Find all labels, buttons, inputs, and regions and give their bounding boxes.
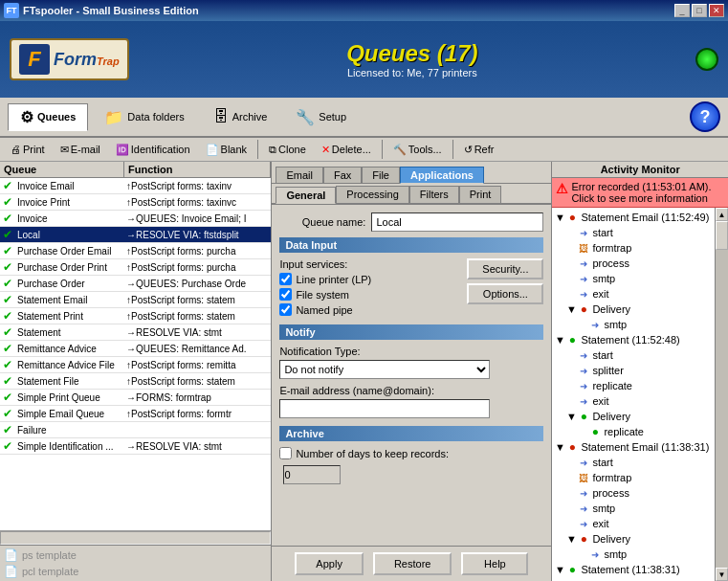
blank-button[interactable]: 📄 Blank [199, 141, 254, 159]
queue-item[interactable]: ✔ Invoice Email ↑PostScript forms: taxin… [0, 178, 271, 194]
tab-print[interactable]: Print [459, 186, 502, 203]
restore-button[interactable]: Restore [373, 552, 452, 575]
tab-fax[interactable]: Fax [323, 167, 362, 183]
queue-name-input[interactable] [371, 212, 543, 232]
queue-item[interactable]: ✔ Local →RESOLVE VIA: ftstdsplit [0, 227, 271, 243]
tree-item[interactable]: ➜ start [554, 577, 713, 581]
help-form-button[interactable]: Help [461, 552, 528, 575]
vscroll-thumb[interactable] [716, 221, 728, 250]
tab-file[interactable]: File [362, 167, 400, 183]
tree-node-icon: ➜ [577, 379, 590, 392]
tree-item[interactable]: ➜ smtp [554, 501, 713, 516]
queue-item[interactable]: ✔ Statement Email ↑PostScript forms: sta… [0, 292, 271, 308]
queue-item[interactable]: ✔ Purchase Order →QUEUES: Purchase Orde [0, 276, 271, 292]
tree-item[interactable]: ➜ start [554, 455, 713, 470]
tree-expand-icon[interactable]: ▼ [554, 441, 565, 453]
tree-item[interactable]: ➜ start [554, 347, 713, 363]
fs-checkbox[interactable] [279, 288, 292, 301]
tab-processing[interactable]: Processing [336, 186, 408, 203]
tree-item[interactable]: ▼ ● Statement Email (11:38:31) [554, 439, 713, 455]
tree-item[interactable]: ➜ exit [554, 286, 713, 302]
tree-item[interactable]: ➜ start [554, 225, 713, 240]
tree-node-icon: ● [565, 563, 579, 576]
tools-button[interactable]: 🔨 Tools... [386, 141, 449, 159]
tree-item[interactable]: ➜ smtp [554, 547, 713, 562]
queue-item[interactable]: ✔ Statement →RESOLVE VIA: stmt [0, 324, 271, 341]
queue-item[interactable]: ✔ Statement Print ↑PostScript forms: sta… [0, 308, 271, 324]
queue-item[interactable]: ✔ Remittance Advice →QUEUES: Remittance … [0, 341, 271, 357]
tab-applications[interactable]: Applications [400, 167, 484, 184]
queue-item[interactable]: ✔ Simple Identification ... →RESOLVE VIA… [0, 438, 271, 455]
lp-checkbox[interactable] [279, 273, 292, 285]
tree-item[interactable]: ▼ ● Delivery [554, 409, 713, 424]
tree-expand-icon[interactable]: ▼ [565, 303, 577, 315]
queue-column-header: Queue [0, 162, 124, 177]
print-button[interactable]: 🖨 Print [4, 141, 52, 158]
tree-item[interactable]: ➜ replicate [554, 378, 713, 393]
queue-item[interactable]: ✔ Invoice →QUEUES: Invoice Email; I [0, 211, 271, 227]
tree-item[interactable]: 🖼 formtrap [554, 470, 713, 485]
help-button[interactable]: ? [690, 101, 720, 132]
security-button[interactable]: Security... [467, 258, 543, 279]
email-button[interactable]: ✉ E-mail [54, 141, 107, 159]
queue-item[interactable]: ✔ Purchase Order Print ↑PostScript forms… [0, 259, 271, 276]
options-button[interactable]: Options... [467, 283, 543, 304]
tree-expand-icon[interactable]: ▼ [554, 564, 565, 575]
minimize-button[interactable]: _ [674, 4, 690, 17]
email-address-input[interactable] [279, 399, 490, 418]
ps-template[interactable]: 📄 ps template [2, 547, 269, 563]
tree-expand-icon[interactable]: ▼ [554, 212, 565, 223]
vscroll-up[interactable]: ▲ [716, 208, 728, 221]
np-checkbox[interactable] [279, 303, 292, 316]
tree-item[interactable]: ➜ splitter [554, 363, 713, 378]
queue-hscrollbar[interactable] [0, 531, 271, 545]
maximize-button[interactable]: □ [692, 4, 707, 17]
archive-checkbox[interactable] [279, 447, 292, 459]
nav-queues[interactable]: ⚙ Queues [8, 103, 88, 131]
queue-item[interactable]: ✔ Failure [0, 422, 271, 438]
tree-expand-icon[interactable]: ▼ [565, 533, 577, 545]
tab-filters[interactable]: Filters [409, 186, 459, 203]
tree-item[interactable]: ➜ process [554, 256, 713, 271]
queue-item[interactable]: ✔ Purchase Order Email ↑PostScript forms… [0, 243, 271, 259]
tree-item[interactable]: ➜ process [554, 485, 713, 501]
identification-button[interactable]: 🆔 Identification [109, 141, 197, 159]
action-bar: 🖨 Print ✉ E-mail 🆔 Identification 📄 Blan… [0, 138, 728, 162]
activity-error[interactable]: ⚠ Error recorded (11:53:01 AM). Click to… [552, 178, 728, 208]
nav-datafolders[interactable]: 📁 Data folders [92, 103, 196, 131]
delete-button[interactable]: ✕ Delete... [315, 141, 378, 159]
tree-item[interactable]: ▼ ● Statement Email (11:52:49) [554, 210, 713, 225]
tab-email[interactable]: Email [276, 167, 323, 183]
tree-expand-icon[interactable]: ▼ [565, 411, 577, 422]
queue-item[interactable]: ✔ Statement File ↑PostScript forms: stat… [0, 373, 271, 390]
clone-button[interactable]: ⧉ Clone [262, 141, 313, 159]
queue-status-icon: ✔ [0, 178, 15, 193]
tree-item[interactable]: ▼ ● Statement (11:38:31) [554, 562, 713, 577]
tree-item[interactable]: ➜ exit [554, 393, 713, 409]
tree-item[interactable]: ▼ ● Delivery [554, 531, 713, 547]
vscroll-down[interactable]: ▼ [716, 568, 728, 581]
queue-item[interactable]: ✔ Invoice Print ↑PostScript forms: taxin… [0, 194, 271, 211]
tree-vscrollbar[interactable]: ▲ ▼ [715, 208, 728, 581]
tree-item[interactable]: 🖼 formtrap [554, 240, 713, 256]
tree-item[interactable]: ● replicate [554, 424, 713, 439]
notification-type-dropdown[interactable]: Do not notify [279, 360, 490, 379]
archive-days-input[interactable] [283, 465, 341, 484]
nav-setup[interactable]: 🔧 Setup [283, 103, 359, 131]
pcl-template[interactable]: 📄 pcl template [2, 564, 269, 579]
tree-item[interactable]: ➜ smtp [554, 271, 713, 286]
tree-expand-icon[interactable]: ▼ [554, 334, 565, 346]
nav-archive[interactable]: 🗄 Archive [201, 103, 280, 130]
queue-item[interactable]: ✔ Simple Email Queue ↑PostScript forms: … [0, 406, 271, 422]
close-button[interactable]: ✕ [709, 4, 724, 17]
tree-item[interactable]: ➜ exit [554, 516, 713, 531]
tab-general[interactable]: General [276, 187, 336, 204]
tree-item[interactable]: ➜ smtp [554, 317, 713, 332]
tree-item[interactable]: ▼ ● Statement (11:52:48) [554, 332, 713, 347]
tree-item[interactable]: ▼ ● Delivery [554, 302, 713, 317]
apply-button[interactable]: Apply [295, 552, 364, 575]
queue-func-cell: →QUEUES: Invoice Email; I [124, 212, 271, 225]
refresh-button[interactable]: ↺ Refr [457, 141, 501, 159]
queue-item[interactable]: ✔ Simple Print Queue →FORMS: formtrap [0, 390, 271, 406]
queue-item[interactable]: ✔ Remittance Advice File ↑PostScript for… [0, 357, 271, 373]
